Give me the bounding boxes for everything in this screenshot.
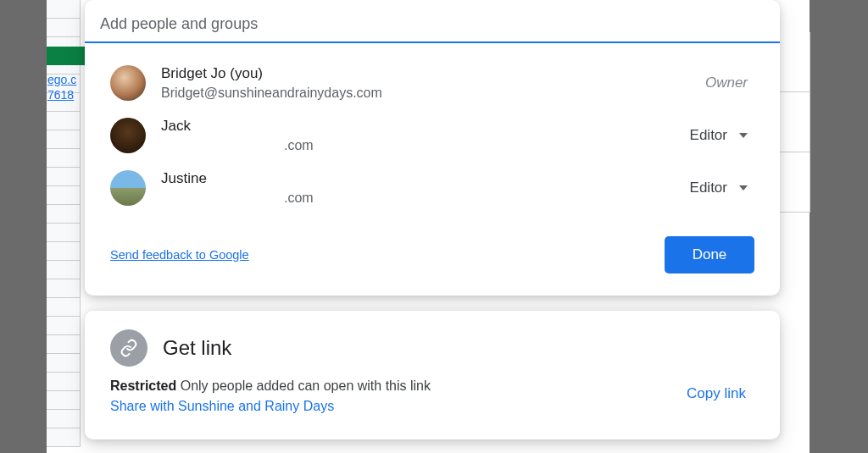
done-button[interactable]: Done <box>665 236 754 273</box>
role-dropdown[interactable]: Editor <box>680 174 754 202</box>
restriction-text: Restricted Only people added can open wi… <box>110 378 431 394</box>
sheet-cell-link[interactable]: ego.c 7618 <box>47 72 76 102</box>
person-name: Jack <box>161 117 680 136</box>
person-row: Justine .com Editor <box>110 162 754 214</box>
person-row: Jack .com Editor <box>110 109 754 162</box>
get-link-card: Get link Restricted Only people added ca… <box>85 311 780 439</box>
link-icon <box>110 329 147 367</box>
person-email: .com <box>284 189 680 207</box>
get-link-title: Get link <box>163 336 231 360</box>
share-with-org-link[interactable]: Share with Sunshine and Rainy Days <box>110 399 431 414</box>
person-name: Justine <box>161 169 680 189</box>
person-email: Bridget@sunshineandrainydays.com <box>161 84 705 102</box>
feedback-link[interactable]: Send feedback to Google <box>110 248 249 262</box>
avatar <box>110 65 146 101</box>
copy-link-button[interactable]: Copy link <box>678 378 754 409</box>
role-dropdown[interactable]: Editor <box>680 122 754 149</box>
person-name: Bridget Jo (you) <box>161 64 705 84</box>
chevron-down-icon <box>739 185 748 191</box>
chevron-down-icon <box>739 133 748 138</box>
avatar <box>110 170 146 206</box>
role-label-owner: Owner <box>705 75 754 91</box>
avatar <box>110 118 146 153</box>
person-email: .com <box>284 136 680 155</box>
share-dialog: Bridget Jo (you) Bridget@sunshineandrain… <box>85 0 780 296</box>
add-people-input[interactable] <box>100 15 765 33</box>
person-row-owner: Bridget Jo (you) Bridget@sunshineandrain… <box>110 57 754 109</box>
